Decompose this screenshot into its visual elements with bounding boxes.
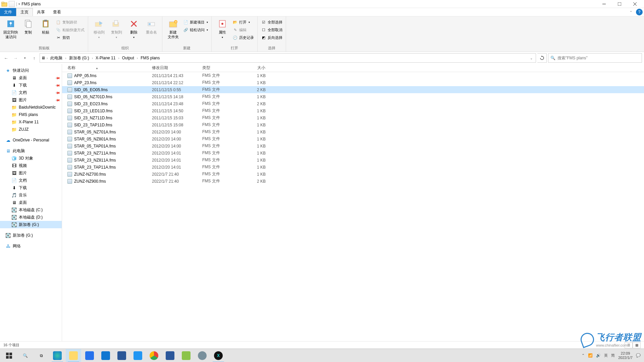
nav-thispc-item[interactable]: 🧊3D 对象	[0, 155, 62, 162]
cut-button[interactable]: ✂剪切	[54, 34, 86, 41]
nav-network[interactable]: 🖧网络	[0, 242, 62, 250]
taskbar-xplane[interactable]: X	[211, 349, 226, 362]
file-row[interactable]: SID_23_EO23.fms2011/12/14 23:48FMS 文件2 K…	[62, 100, 644, 107]
nav-thispc-item[interactable]: 🖼图片	[0, 169, 62, 177]
taskbar-explorer[interactable]	[66, 349, 81, 362]
file-row[interactable]: STAR_05_TAP01A.fms2012/2/20 14:00FMS 文件1…	[62, 142, 644, 149]
quickaccess-toggle-icon[interactable]	[9, 1, 15, 7]
ime-lang[interactable]: 英	[604, 353, 608, 358]
breadcrumb-segment[interactable]: Output	[120, 54, 136, 62]
refresh-button[interactable]	[537, 53, 547, 63]
close-button[interactable]	[627, 0, 643, 8]
column-size[interactable]: 大小	[241, 65, 268, 71]
taskview-button[interactable]: ⧉	[34, 349, 49, 362]
ime-mode[interactable]: 简	[611, 353, 615, 358]
taskbar-store[interactable]	[82, 349, 97, 362]
tab-file[interactable]: 文件	[0, 8, 16, 16]
delete-button[interactable]: 删除▾	[125, 17, 143, 40]
search-button[interactable]: 🔍	[17, 349, 33, 362]
file-row[interactable]: SID_23_NZ711D.fms2011/12/15 15:03FMS 文件1…	[62, 114, 644, 121]
system-tray[interactable]: ⌃ 📶 🔊 英 简 22:09 2022/1/7 💬	[582, 351, 643, 360]
nav-quick-item[interactable]: 📁BaiduNetdiskDownlc	[0, 104, 62, 111]
address-bar[interactable]: 🖥 › 此电脑› 新加卷 (G:)› X-Plane 11› Output› F…	[40, 53, 536, 63]
nav-thispc-item[interactable]: 📄文档	[0, 177, 62, 184]
pin-to-quickaccess-button[interactable]: 固定到快 速访问	[2, 17, 19, 39]
tab-view[interactable]: 查看	[49, 8, 65, 16]
chevron-right-icon[interactable]: ›	[137, 56, 138, 60]
tray-chevron-icon[interactable]: ⌃	[582, 353, 585, 358]
nav-thispc-item[interactable]: 🖥桌面	[0, 199, 62, 206]
newitem-button[interactable]: 📄新建项目▾	[182, 18, 209, 26]
nav-drive-g[interactable]: 💽新加卷 (G:)	[0, 232, 62, 239]
breadcrumb-segment[interactable]: 新加卷 (G:)	[67, 54, 91, 62]
chevron-right-icon[interactable]: ›	[92, 56, 93, 60]
notifications-icon[interactable]: 💬	[636, 353, 641, 358]
taskbar-app1[interactable]	[130, 349, 146, 362]
taskbar-mail[interactable]	[98, 349, 113, 362]
taskbar-word[interactable]	[162, 349, 178, 362]
invertselect-button[interactable]: ◩反向选择	[260, 34, 284, 41]
rename-button[interactable]: 重命名	[143, 17, 160, 35]
nav-thispc-item[interactable]: 💽新加卷 (G:)	[0, 221, 62, 228]
ribbon-collapse-icon[interactable]: ⌃	[627, 8, 635, 16]
nav-quick-item[interactable]: 📁X-Plane 11	[0, 118, 62, 126]
nav-quick-item[interactable]: 📄文档📌	[0, 89, 62, 96]
file-row[interactable]: SID_23_TAP11D.fms2011/12/15 15:08FMS 文件1…	[62, 121, 644, 128]
nav-thispc-item[interactable]: 💽本地磁盘 (D:)	[0, 214, 62, 221]
search-input[interactable]: 🔍 搜索"FMS plans"	[548, 53, 642, 63]
nav-thispc[interactable]: 🖥此电脑	[0, 147, 62, 155]
taskbar-calc[interactable]	[114, 349, 129, 362]
chevron-right-icon[interactable]: ›	[65, 56, 66, 60]
selectall-button[interactable]: ☑全部选择	[260, 18, 284, 26]
nav-thispc-item[interactable]: 🎵音乐	[0, 191, 62, 199]
maximize-button[interactable]	[612, 0, 627, 8]
file-row[interactable]: APP_23.fms2011/12/14 22:12FMS 文件1 KB	[62, 79, 644, 86]
file-row[interactable]: STAR_05_NZ701A.fms2012/2/20 14:00FMS 文件1…	[62, 128, 644, 135]
taskbar-edge[interactable]	[50, 349, 65, 362]
file-row[interactable]: STAR_23_NZ711A.fms2012/2/20 14:01FMS 文件1…	[62, 149, 644, 157]
paste-button[interactable]: 粘贴	[37, 17, 54, 35]
clock[interactable]: 22:09 2022/1/7	[618, 351, 633, 360]
up-button[interactable]: ↑	[30, 54, 38, 62]
start-button[interactable]	[1, 349, 17, 362]
back-button[interactable]: ←	[2, 54, 10, 62]
address-dropdown-icon[interactable]: ⌄	[528, 56, 535, 60]
nav-thispc-item[interactable]: 🎞视频	[0, 162, 62, 169]
nav-thispc-item[interactable]: ⬇下载	[0, 184, 62, 191]
breadcrumb-segment[interactable]: FMS plans	[139, 54, 162, 62]
column-type[interactable]: 类型	[200, 65, 241, 71]
file-row[interactable]: SID_05_EO05.fms2011/12/15 0:55FMS 文件2 KB	[62, 86, 644, 93]
chevron-right-icon[interactable]: ›	[47, 56, 48, 60]
breadcrumb-segment[interactable]: X-Plane 11	[94, 54, 117, 62]
nav-thispc-item[interactable]: 💽本地磁盘 (C:)	[0, 206, 62, 214]
nav-onedrive[interactable]: ☁OneDrive - Personal	[0, 136, 62, 144]
file-row[interactable]: SID_23_LED11D.fms2011/12/15 14:50FMS 文件1…	[62, 107, 644, 114]
taskbar-app3[interactable]	[195, 349, 210, 362]
minimize-button[interactable]	[596, 0, 612, 8]
open-button[interactable]: 📂打开▾	[231, 18, 255, 26]
tab-home[interactable]: 主页	[16, 8, 33, 16]
column-name[interactable]: 名称▲	[62, 65, 149, 71]
nav-quickaccess[interactable]: ★快速访问	[0, 67, 62, 74]
copyto-button[interactable]: 复制到▾	[108, 17, 125, 40]
nav-quick-item[interactable]: 🖼图片📌	[0, 96, 62, 104]
selectnone-button[interactable]: ☐全部取消	[260, 26, 284, 34]
edit-button[interactable]: ✎编辑	[231, 26, 255, 34]
copy-path-button[interactable]: 📋复制路径	[54, 18, 86, 26]
file-row[interactable]: STAR_23_NZ811A.fms2012/2/20 14:01FMS 文件1…	[62, 157, 644, 164]
wifi-icon[interactable]: 📶	[588, 353, 593, 358]
nav-quick-item[interactable]: 🖥桌面📌	[0, 74, 62, 81]
file-row[interactable]: APP_05.fms2011/12/14 21:43FMS 文件1 KB	[62, 72, 644, 79]
file-row[interactable]: ZUNZ-NZ700.fms2022/1/7 21:40FMS 文件1 KB	[62, 171, 644, 178]
file-row[interactable]: STAR_05_NZ801A.fms2012/2/20 14:00FMS 文件1…	[62, 135, 644, 142]
chevron-right-icon[interactable]: ›	[118, 56, 119, 60]
breadcrumb-segment[interactable]: 此电脑	[48, 54, 64, 62]
easyaccess-button[interactable]: 🔗轻松访问▾	[182, 26, 209, 34]
file-row[interactable]: SID_05_NZ701D.fms2011/12/15 14:18FMS 文件1…	[62, 93, 644, 100]
properties-button[interactable]: 属性▾	[214, 17, 231, 40]
paste-shortcut-button[interactable]: 📎粘贴快捷方式	[54, 26, 86, 34]
column-date[interactable]: 修改日期	[149, 65, 200, 71]
file-row[interactable]: STAR_23_TAP11A.fms2012/2/20 14:01FMS 文件1…	[62, 164, 644, 171]
newfolder-button[interactable]: ✦新建 文件夹	[164, 17, 182, 39]
volume-icon[interactable]: 🔊	[596, 353, 601, 358]
